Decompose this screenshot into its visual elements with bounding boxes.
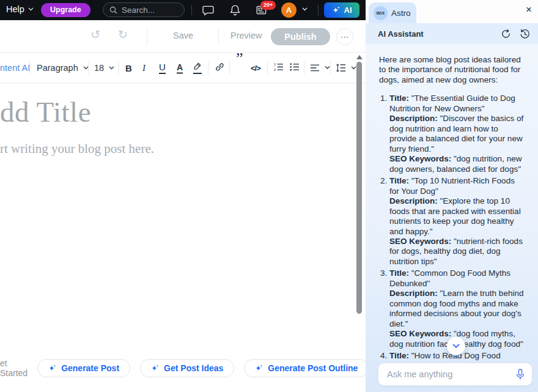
panel-tab-strip: WIX Astro × [366,0,538,23]
chat-icon[interactable] [202,4,215,17]
bold-button[interactable]: B [125,62,132,73]
chevron-down-icon [28,7,34,11]
upgrade-button[interactable]: Upgrade [41,3,90,17]
blockquote-button[interactable]: ” [236,50,243,67]
ai-assistant-panel: WIX Astro × AI Assistant Here are some b… [366,0,538,392]
account-chevron-down-icon[interactable] [302,7,308,11]
chevron-down-icon [109,66,114,70]
avatar-initial: A [286,6,292,15]
close-icon[interactable]: × [526,4,532,16]
alignment-dropdown[interactable] [311,64,330,72]
avatar[interactable]: A [281,2,297,18]
font-size-dropdown[interactable]: 18 [94,63,114,73]
generate-post-button[interactable]: Generate Post [37,359,130,377]
align-left-icon [311,64,320,72]
actions-divider [147,28,147,45]
toolbar-divider [208,62,208,74]
wix-blog-editor-screen: Help Upgrade Search... 20+ A AI ↺ [0,0,538,392]
topbar-divider [318,5,319,15]
get-post-ideas-button[interactable]: Get Post Ideas [140,359,234,377]
notifications-bell-icon[interactable] [229,4,241,17]
tab-astro-label: Astro [391,9,411,18]
ai-assistant-button[interactable]: AI [324,2,359,18]
post-actions-bar: ↺ ↻ Save Preview Publish ⋯ [0,20,366,53]
assistant-intro-text: Here are some blog post ideas tailored t… [379,55,526,85]
formatting-toolbar: ntent AI Paragraph 18 B I U A ” </> 12 [0,53,366,83]
generate-post-outline-button[interactable]: Generate Post Outline [244,359,366,377]
idea-item: Title: "Top 10 Nutrient-Rich Foods for Y… [389,176,526,267]
post-body-placeholder[interactable]: rt writing your blog post here. [0,141,154,157]
get-started-label: et Started [0,358,28,378]
toolbar-divider [304,62,304,74]
notification-count-badge: 20+ [260,1,276,10]
editor-scrollbar[interactable] [356,62,362,314]
paragraph-style-dropdown[interactable]: Paragraph [37,63,89,73]
idea-item: Title: "The Essential Guide to Dog Nutri… [389,94,526,174]
post-title-placeholder[interactable]: dd Title [0,95,91,128]
italic-button[interactable]: I [142,62,146,73]
topbar-divider [191,5,192,15]
get-post-ideas-label: Get Post Ideas [164,363,223,373]
new-conversation-icon[interactable] [500,28,512,40]
chevron-down-icon [325,66,330,70]
history-icon[interactable] [519,28,531,40]
ordered-list-button[interactable]: 12 [274,62,284,73]
paragraph-style-value: Paragraph [37,63,78,73]
search-input[interactable]: Search... [103,2,185,17]
font-size-value: 18 [94,63,104,73]
chevron-down-icon [351,66,356,70]
highlighter-icon [193,62,202,70]
post-canvas[interactable]: dd Title rt writing your blog post here. [0,83,356,392]
panel-header: AI Assistant [366,23,538,44]
generate-post-outline-label: Generate Post Outline [268,363,358,373]
sparkle-icon [151,364,160,372]
ordered-list-icon: 12 [274,62,284,71]
chevron-down-icon [452,344,460,349]
svg-text:2: 2 [274,68,276,71]
link-button[interactable] [215,62,225,74]
ai-suggestion-bar: et Started Generate Post Get Post Ideas … [0,359,366,377]
ask-input-container [378,363,532,386]
sparkle-icon [48,364,57,372]
toolbar-divider [29,62,30,74]
sparkle-icon [332,6,341,15]
code-button[interactable]: </> [251,63,260,72]
content-ai-button[interactable]: ntent AI [0,63,30,73]
toolbar-divider [118,62,119,74]
highlight-color-button[interactable] [193,62,202,74]
redo-button[interactable]: ↻ [118,28,128,42]
preview-button[interactable]: Preview [230,31,262,40]
more-options-button[interactable]: ⋯ [336,28,353,45]
help-label: Help [6,4,24,14]
underline-button[interactable]: U [159,62,166,74]
scrollbar-up-arrow[interactable] [356,55,363,59]
toolbar-divider [330,62,331,74]
line-spacing-icon [336,64,346,72]
editor-region: Help Upgrade Search... 20+ A AI ↺ [0,0,366,392]
svg-text:1: 1 [274,62,276,66]
top-bar: Help Upgrade Search... 20+ A AI [0,0,366,20]
publish-button[interactable]: Publish [271,28,330,45]
microphone-icon[interactable] [516,369,525,380]
text-color-button[interactable]: A [177,62,183,73]
sparkle-icon [255,364,263,372]
bullet-list-icon [290,62,300,71]
panel-title: AI Assistant [378,29,493,39]
generate-post-label: Generate Post [61,363,119,373]
wix-logo-badge: WIX [374,6,388,20]
scroll-to-bottom-button[interactable] [447,337,465,355]
ask-me-anything-input[interactable] [387,369,516,379]
line-spacing-dropdown[interactable] [336,64,356,72]
save-button[interactable]: Save [173,31,193,40]
tab-astro[interactable]: WIX Astro [369,2,416,23]
ideas-list: Title: "The Essential Guide to Dog Nutri… [379,94,526,371]
undo-button[interactable]: ↺ [90,28,100,42]
toolbar-divider [267,62,268,74]
link-icon [215,62,225,72]
search-placeholder: Search... [122,6,155,15]
ai-button-label: AI [344,6,352,15]
actions-divider [218,28,219,45]
help-menu[interactable]: Help [6,4,34,14]
bullet-list-button[interactable] [290,62,300,73]
search-icon [109,6,117,14]
